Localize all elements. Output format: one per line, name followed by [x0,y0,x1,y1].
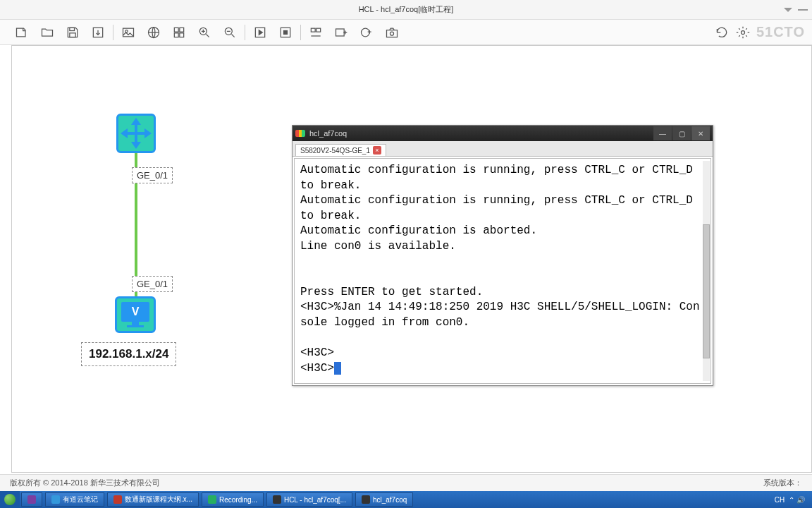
image-icon[interactable] [121,25,136,40]
taskbar-item-hcl[interactable]: HCL - hcl_af7coq[... [266,492,352,507]
terminal-scrollbar[interactable] [703,161,710,381]
onenote-icon [27,495,36,504]
terminal-close-button[interactable]: ✕ [691,126,710,140]
terminal-maximize-button[interactable]: ▢ [672,126,691,140]
topology-canvas[interactable]: GE_0/1 GE_0/1 V 192.168.1.x/24 hcl_af7co… [11,45,812,473]
svg-rect-14 [284,30,288,34]
svg-rect-1 [70,32,75,37]
start-orb-icon [4,494,16,505]
terminal-cursor [334,362,341,375]
taskbar-item-youdao[interactable]: 有道云笔记 [45,492,104,507]
terminal-minimize-button[interactable]: — [653,126,672,140]
taskbar-item-onenote[interactable] [21,492,42,507]
zoom-out-icon[interactable] [222,25,238,40]
svg-rect-17 [336,29,345,36]
svg-point-18 [362,28,370,37]
copyright-text: 版权所有 © 2014-2018 新华三技术有限公司 [10,478,160,488]
terminal-tab-bar: S5820V2-54QS-GE_1 × [293,141,713,157]
title-controls [784,8,808,12]
watermark-text: 51CTO [756,24,805,40]
port-label-top[interactable]: GE_0/1 [132,167,173,183]
terminal-window: hcl_af7coq — ▢ ✕ S5820V2-54QS-GE_1 × Aut… [292,125,713,386]
align-icon[interactable] [308,25,324,40]
router-node[interactable] [116,114,156,153]
terminal-scroll-thumb[interactable] [703,224,710,358]
stop-icon[interactable] [278,25,293,40]
terminal-tab[interactable]: S5820V2-54QS-GE_1 × [295,144,386,156]
globe-icon[interactable] [146,25,161,40]
terminal-tab-label: S5820V2-54QS-GE_1 [300,147,370,155]
terminal-titlebar[interactable]: hcl_af7coq — ▢ ✕ [293,126,713,141]
taskbar-item-recording[interactable]: Recording... [202,492,264,507]
camera-icon[interactable] [384,25,400,40]
router-icon [122,119,150,147]
new-project-icon[interactable] [14,25,30,40]
version-label: 系统版本： [763,478,802,488]
dropdown-icon[interactable] [784,8,792,12]
reload-icon[interactable] [714,25,730,40]
svg-rect-0 [70,28,75,30]
ime-indicator[interactable]: CH [775,496,785,504]
taskbar-item-doc[interactable]: 数通新版课程大纲.x... [107,492,199,507]
add-device-icon[interactable] [333,25,349,40]
status-bar: 版权所有 © 2014-2018 新华三技术有限公司 系统版本： [0,474,812,491]
svg-rect-8 [174,32,178,37]
svg-rect-19 [387,30,398,37]
windows-taskbar: 有道云笔记 数通新版课程大纲.x... Recording... HCL - h… [0,491,812,508]
svg-rect-6 [174,28,178,32]
refresh-device-icon[interactable] [359,25,374,40]
terminal-output[interactable]: Automatic configuration is running, pres… [294,158,711,384]
main-toolbar: 51CTO [0,20,812,45]
note-icon [51,495,60,504]
open-folder-icon[interactable] [39,25,55,40]
pc-node[interactable]: V [115,296,156,333]
svg-rect-15 [311,28,315,32]
hcl-icon [273,495,281,504]
app-title: HCL - hcl_af7coq[临时工程] [359,4,454,15]
port-label-bottom[interactable]: GE_0/1 [132,276,173,292]
minimize-icon[interactable] [798,9,808,11]
system-tray[interactable]: CH ⌃ 🔊 [775,496,812,504]
terminal-logo-icon [295,130,305,137]
play-icon[interactable] [252,25,268,40]
ip-address-label[interactable]: 192.168.1.x/24 [81,342,176,366]
rec-icon [208,495,216,504]
tray-icons[interactable]: ⌃ 🔊 [789,496,805,504]
settings-icon[interactable] [735,25,751,40]
app-title-bar: HCL - hcl_af7coq[临时工程] [0,0,812,20]
svg-point-21 [741,30,744,34]
term-icon [362,495,370,504]
pc-icon: V [121,302,149,322]
export-icon[interactable] [90,25,106,40]
terminal-tab-close-icon[interactable]: × [373,146,381,155]
svg-rect-16 [316,28,321,32]
terminal-title: hcl_af7coq [309,129,347,138]
save-icon[interactable] [65,25,80,40]
svg-rect-7 [180,28,184,32]
svg-rect-9 [180,32,184,37]
doc-icon [113,495,122,504]
zoom-in-icon[interactable] [197,25,212,40]
taskbar-item-terminal[interactable]: hcl_af7coq [355,492,413,507]
start-button[interactable] [0,491,20,508]
grid-icon[interactable] [171,25,187,40]
svg-point-20 [390,32,394,35]
